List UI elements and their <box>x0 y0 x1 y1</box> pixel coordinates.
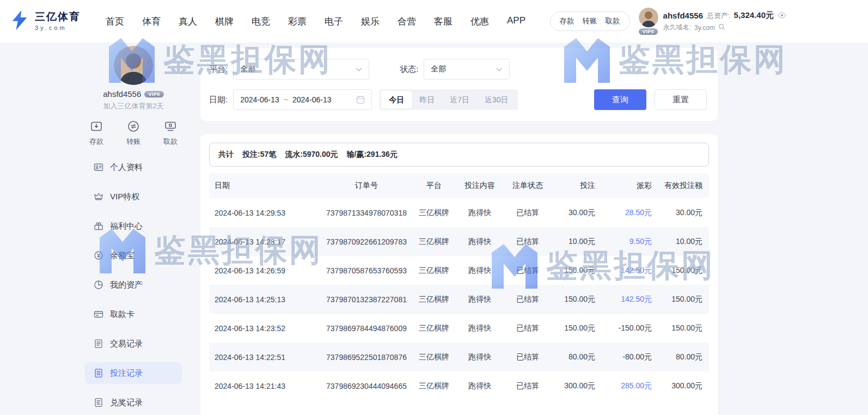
col-valid: 有效投注额 <box>657 181 708 191</box>
cell-payout: -80.00元 <box>601 352 657 362</box>
cell-bet: 300.00元 <box>552 381 601 391</box>
redeem-records-icon <box>94 398 103 407</box>
eye-icon[interactable] <box>778 11 786 21</box>
cell-order: 7379870587653760593 <box>321 266 412 275</box>
sidebar-item-vip[interactable]: VIP特权 <box>85 186 182 207</box>
crown-icon <box>94 192 103 202</box>
nav-item-esports[interactable]: 电竞 <box>252 15 270 28</box>
transfer-icon <box>127 120 140 135</box>
sidebar-item-redeem-records[interactable]: 兑奖记录 <box>85 392 182 413</box>
cell-content: 跑得快 <box>456 266 504 276</box>
quick-transfer-button[interactable]: 转账 <box>126 120 140 147</box>
coin-icon <box>94 251 103 260</box>
sidebar-item-withdraw-card[interactable]: 取款卡 <box>85 303 182 325</box>
cell-bet: 150.00元 <box>552 295 601 304</box>
bet-records-icon <box>94 368 103 378</box>
sidebar-item-label: 取款卡 <box>110 309 135 320</box>
status-label: 状态: <box>400 64 418 75</box>
nav-item-slots[interactable]: 电子 <box>325 15 343 28</box>
sidebar-item-profile[interactable]: 个人资料 <box>85 156 182 178</box>
domain-label: 永久域名: <box>663 23 691 32</box>
nav-item-support[interactable]: 客服 <box>434 15 453 28</box>
cell-order: 7379871334978070318 <box>321 209 412 217</box>
sidebar-item-label: 投注记录 <box>110 368 143 379</box>
nav-item-sports[interactable]: 体育 <box>142 15 161 28</box>
logo-bolt-icon <box>9 9 30 33</box>
cell-platform: 三亿棋牌 <box>412 352 456 362</box>
table-header-row: 日期 订单号 平台 投注内容 注单状态 投注 派彩 有效投注额 <box>209 173 709 198</box>
nav-item-live[interactable]: 真人 <box>179 15 197 28</box>
sidebar-item-label: 交易记录 <box>110 339 143 349</box>
withdraw-icon <box>164 120 177 135</box>
cell-bet: 10.00元 <box>552 237 601 247</box>
nav-item-home[interactable]: 首页 <box>106 15 124 28</box>
cell-valid: 150.00元 <box>657 266 708 276</box>
cell-content: 跑得快 <box>456 295 504 304</box>
profile-avatar[interactable] <box>114 46 153 85</box>
cell-date: 2024-06-13 14:22:51 <box>209 353 321 362</box>
sidebar-item-transactions[interactable]: 交易记录 <box>85 333 182 355</box>
table-row: 2024-06-13 14:21:43 7379869230444094665 … <box>209 371 709 400</box>
brand-logo[interactable]: 三亿体育 3y.com <box>0 9 81 33</box>
avatar[interactable] <box>639 8 658 27</box>
nav-item-app[interactable]: APP <box>507 15 525 28</box>
withdraw-link[interactable]: 取款 <box>606 16 620 26</box>
cell-payout: 9.50元 <box>601 237 657 247</box>
sidebar-item-label: 福利中心 <box>110 221 143 231</box>
filter-card: 平台: 全部 状态: 全部 日期: 2024-06-13 ~ 2024-06-1… <box>200 48 718 121</box>
domain-value: 3y.com <box>694 24 715 32</box>
nav-item-chess[interactable]: 棋牌 <box>215 15 234 28</box>
quick-deposit-button[interactable]: 存款 <box>89 120 103 147</box>
reset-button[interactable]: 重置 <box>655 89 707 110</box>
table-row: 2024-06-13 14:29:53 7379871334978070318 … <box>209 198 709 227</box>
nav-item-promo[interactable]: 优惠 <box>470 15 489 28</box>
cell-status: 已结算 <box>504 208 552 218</box>
range-yesterday-button[interactable]: 昨日 <box>412 91 442 108</box>
table-row: 2024-06-13 14:25:13 7379870132387227081 … <box>209 285 709 314</box>
status-select-value: 全部 <box>431 64 446 74</box>
range-30days-button[interactable]: 近30日 <box>477 91 516 108</box>
range-7days-button[interactable]: 近7日 <box>442 91 477 108</box>
quick-transfer-label: 转账 <box>126 137 140 147</box>
sidebar-item-label: VIP特权 <box>110 192 139 202</box>
nav-item-partner[interactable]: 合营 <box>398 15 416 28</box>
date-label: 日期: <box>209 95 228 105</box>
col-platform: 平台 <box>412 181 456 191</box>
user-block: VIP0 ahsfd4556 总资产: 5,324.40元 永久域名: 3y.c… <box>639 8 786 35</box>
cell-status: 已结算 <box>504 381 552 391</box>
nav-item-lottery[interactable]: 彩票 <box>288 15 307 28</box>
cell-bet: 150.00元 <box>552 324 601 333</box>
nav-item-entertainment[interactable]: 娱乐 <box>361 15 380 28</box>
cell-order: 7379869522501870876 <box>321 353 412 362</box>
results-card: 共计 投注:57笔 流水:5970.00元 输/赢:291.36元 日期 订单号… <box>200 134 718 415</box>
sidebar-item-yuebao[interactable]: 余额宝 <box>85 245 182 266</box>
status-select[interactable]: 全部 <box>424 59 510 80</box>
sidebar-item-welfare[interactable]: 福利中心 <box>85 215 182 237</box>
col-content: 投注内容 <box>456 181 504 191</box>
cell-bet: 150.00元 <box>552 266 601 276</box>
sidebar-item-bet-records[interactable]: 投注记录 <box>85 362 182 384</box>
calendar-icon <box>356 95 365 104</box>
cell-payout: -150.00元 <box>601 324 657 333</box>
deposit-link[interactable]: 存款 <box>560 16 574 26</box>
search-button[interactable]: 查询 <box>594 89 646 110</box>
pie-chart-icon <box>94 280 103 290</box>
platform-select[interactable]: 全部 <box>233 59 369 80</box>
quick-withdraw-button[interactable]: 取款 <box>163 120 178 147</box>
cell-valid: 10.00元 <box>657 237 708 247</box>
date-range-picker[interactable]: 2024-06-13 ~ 2024-06-13 <box>233 89 372 110</box>
transfer-link[interactable]: 转账 <box>583 16 597 26</box>
cell-platform: 三亿棋牌 <box>412 266 456 276</box>
cell-valid: 300.00元 <box>657 381 708 391</box>
cell-status: 已结算 <box>504 295 552 304</box>
cell-valid: 150.00元 <box>657 324 708 333</box>
sidebar-item-assets[interactable]: 我的资产 <box>85 274 182 296</box>
deposit-icon <box>90 120 103 135</box>
cell-content: 跑得快 <box>456 352 504 362</box>
range-today-button[interactable]: 今日 <box>381 91 412 108</box>
search-icon[interactable] <box>718 23 725 32</box>
summary-total-label: 共计 <box>218 150 234 160</box>
chevron-down-icon <box>356 65 362 74</box>
cell-bet: 80.00元 <box>552 352 601 362</box>
brand-name: 三亿体育 <box>35 11 81 23</box>
